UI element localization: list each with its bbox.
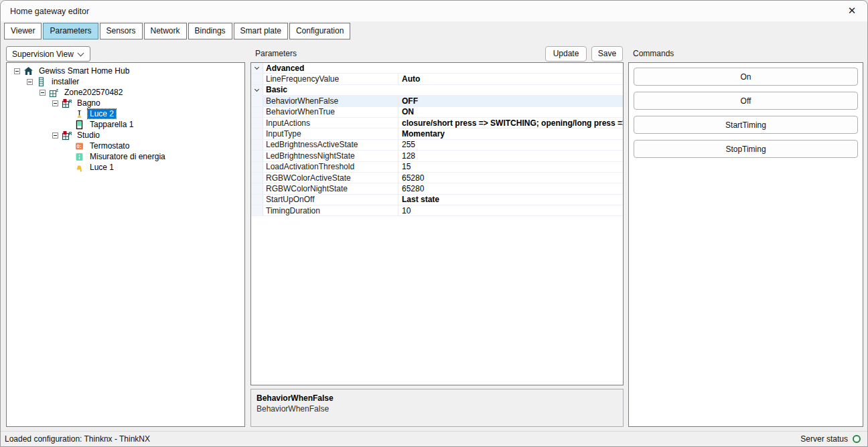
tree-item-termostato[interactable]: 0:Termostato xyxy=(7,141,244,151)
tree-item-label: Luce 1 xyxy=(88,163,116,172)
tree-collapse-toggle[interactable] xyxy=(40,90,46,96)
property-description-panel: BehaviorWhenFalse BehaviorWhenFalse xyxy=(250,389,624,427)
tab-smart-plate[interactable]: Smart plate xyxy=(234,23,288,39)
property-value[interactable]: 255 xyxy=(399,140,623,150)
tree-item-luce-1[interactable]: Luce 1 xyxy=(7,162,244,173)
commands-panel: OnOffStartTimingStopTiming xyxy=(628,62,863,427)
tree-collapse-toggle[interactable] xyxy=(27,79,33,85)
property-row-loadactivationthreshold[interactable]: LoadActivationThreshold15 xyxy=(251,162,623,173)
category-label: Basic xyxy=(263,85,287,95)
tab-sensors[interactable]: Sensors xyxy=(100,23,143,39)
tab-bindings[interactable]: Bindings xyxy=(188,23,232,39)
tree-item-luce-2[interactable]: Luce 2 xyxy=(7,108,244,119)
tree-item-label: installer xyxy=(50,77,81,86)
property-row-ledbrightnessnightstate[interactable]: LedBrightnessNightState128 xyxy=(251,151,623,161)
window-title: Home gateway editor xyxy=(1,7,89,16)
tree-item-gewiss-smart-home-hub[interactable]: Gewiss Smart Home Hub xyxy=(7,66,244,76)
property-row-inputactions[interactable]: InputActionsclosure/short press => SWITC… xyxy=(251,118,623,128)
property-value[interactable]: Momentary xyxy=(399,128,623,139)
tree-item-installer[interactable]: installer xyxy=(7,76,244,87)
parameters-header: Parameters Update Save xyxy=(250,45,624,62)
property-name: LoadActivationThreshold xyxy=(263,162,399,172)
property-row-inputtype[interactable]: InputTypeMomentary xyxy=(251,128,623,139)
row-gutter xyxy=(251,96,263,106)
room-icon: R xyxy=(62,130,72,141)
tree-item-label: Studio xyxy=(75,130,102,140)
category-label: Advanced xyxy=(263,63,304,73)
tree-item-zone202570482[interactable]: zZone202570482 xyxy=(7,87,244,98)
command-button-starttiming[interactable]: StartTiming xyxy=(634,116,858,134)
row-gutter xyxy=(251,173,263,183)
tree-item-tapparella-1[interactable]: Tapparella 1 xyxy=(7,119,244,130)
svg-text:R: R xyxy=(69,98,72,103)
property-description-title: BehaviorWhenFalse xyxy=(257,393,618,403)
update-button[interactable]: Update xyxy=(545,46,587,62)
home-icon xyxy=(23,66,33,76)
property-row-ledbrightnessactivestate[interactable]: LedBrightnessActiveState255 xyxy=(251,140,623,151)
room-icon: R xyxy=(62,98,72,108)
tab-network[interactable]: Network xyxy=(144,23,187,39)
property-value[interactable]: 15 xyxy=(399,162,623,172)
tab-parameters[interactable]: Parameters xyxy=(43,23,98,39)
property-row-behaviorwhenfalse[interactable]: BehaviorWhenFalseOFF xyxy=(251,96,623,106)
tree-collapse-toggle[interactable] xyxy=(52,100,58,106)
property-row-behaviorwhentrue[interactable]: BehaviorWhenTrueON xyxy=(251,107,623,118)
tree-collapse-toggle[interactable] xyxy=(52,132,58,139)
svg-text:z: z xyxy=(56,88,59,92)
property-value[interactable]: 65280 xyxy=(399,173,623,183)
property-name: LedBrightnessNightState xyxy=(263,151,399,161)
tree-item-studio[interactable]: RStudio xyxy=(7,130,244,141)
status-message: Loaded configuration: Thinknx - ThinkNX xyxy=(1,434,800,444)
property-row-rgbwcolornightstate[interactable]: RGBWColorNightState65280 xyxy=(251,183,623,194)
property-value[interactable]: Last state xyxy=(399,195,623,205)
property-row-linefrequencyvalue[interactable]: LineFrequencyValueAuto xyxy=(251,74,623,84)
category-collapse-chevron[interactable] xyxy=(251,63,263,73)
row-gutter xyxy=(251,128,263,139)
property-row-timingduration[interactable]: TimingDuration10 xyxy=(251,205,623,216)
tab-viewer[interactable]: Viewer xyxy=(4,23,42,39)
command-button-on[interactable]: On xyxy=(634,68,858,86)
view-selector-dropdown[interactable]: Supervision View xyxy=(6,46,90,62)
svg-text:R: R xyxy=(69,130,72,135)
property-value[interactable]: 128 xyxy=(399,151,623,161)
property-name: InputType xyxy=(263,128,399,139)
command-button-stoptiming[interactable]: StopTiming xyxy=(634,140,858,158)
property-value[interactable]: OFF xyxy=(399,96,623,106)
category-collapse-chevron[interactable] xyxy=(251,85,263,95)
tab-strip: ViewerParametersSensorsNetworkBindingsSm… xyxy=(4,23,350,39)
tree-collapse-toggle[interactable] xyxy=(14,68,20,74)
property-name: StartUpOnOff xyxy=(263,195,399,205)
property-row-rgbwcoloractivestate[interactable]: RGBWColorActiveState65280 xyxy=(251,173,623,183)
row-gutter xyxy=(251,140,263,150)
category-row-advanced[interactable]: Advanced xyxy=(251,63,623,74)
parameters-title: Parameters xyxy=(250,49,540,58)
property-name: LineFrequencyValue xyxy=(263,74,399,84)
tree-item-bagno[interactable]: RBagno xyxy=(7,98,244,108)
tree-item-label: Misuratore di energia xyxy=(88,152,167,161)
server-status-indicator xyxy=(853,435,861,443)
category-row-basic[interactable]: Basic xyxy=(251,85,623,96)
property-value[interactable]: 10 xyxy=(399,205,623,215)
property-name: InputActions xyxy=(263,118,399,128)
property-value[interactable]: ON xyxy=(399,107,623,117)
title-bar: Home gateway editor ✕ xyxy=(1,1,867,21)
chevron-down-icon xyxy=(255,87,259,92)
tree-item-misuratore-di-energia[interactable]: Misuratore di energia xyxy=(7,151,244,162)
property-value[interactable]: closure/short press => SWITCHING; openin… xyxy=(399,118,623,128)
property-row-startuponoff[interactable]: StartUpOnOffLast state xyxy=(251,195,623,205)
row-gutter xyxy=(251,205,263,215)
property-value[interactable]: 65280 xyxy=(399,183,623,193)
command-button-off[interactable]: Off xyxy=(634,92,858,110)
close-icon[interactable]: ✕ xyxy=(837,1,867,21)
property-value[interactable]: Auto xyxy=(399,74,623,84)
save-button[interactable]: Save xyxy=(591,46,623,62)
chevron-down-icon xyxy=(255,65,259,70)
property-name: TimingDuration xyxy=(263,205,399,215)
tree-item-label: Bagno xyxy=(75,98,102,108)
row-gutter xyxy=(251,107,263,117)
row-gutter xyxy=(251,151,263,161)
tree-item-label: Gewiss Smart Home Hub xyxy=(37,66,131,76)
tab-configuration[interactable]: Configuration xyxy=(289,23,350,39)
energy-meter-icon xyxy=(74,152,84,162)
row-gutter xyxy=(251,118,263,128)
